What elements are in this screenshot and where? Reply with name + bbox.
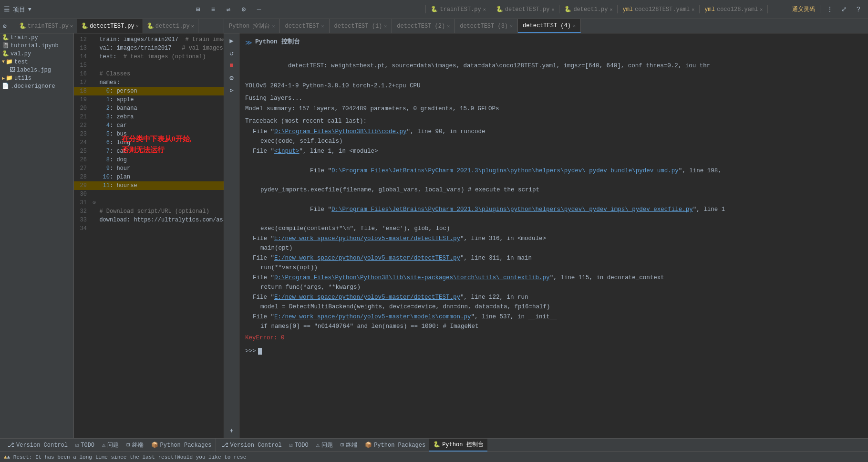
tree-train-py[interactable]: 🐍 train.py [0,33,73,42]
console-prompt: >>> [245,346,256,356]
right-panel: Python 控制台 ✕ detectTEST ✕ detectTEST (1)… [224,19,868,438]
vc-icon: ⎇ [8,441,14,449]
arrow-icon: ▼ [2,59,5,64]
console-tab-3[interactable]: detectTEST (2) ✕ [392,19,455,33]
top-tab-3[interactable]: yml coco128TEST.yaml ✕ [618,5,700,13]
status-tab-todo-left[interactable]: ☑ TODO [72,439,98,452]
tree-utils-folder[interactable]: ▶ 📁 utils [0,74,73,82]
editor-tab-0[interactable]: 🐍 trainTEST.py ✕ [15,19,77,33]
run-icon[interactable]: ▶ [227,35,237,46]
tree-labels-jpg[interactable]: 🖼 labels.jpg [0,66,73,74]
trace-link-7[interactable]: E:/new work space/python/yolov5-master/d… [274,294,460,301]
close-btn[interactable]: ✕ [483,7,486,12]
trace-entry-7: File "E:/new work space/python/yolov5-ma… [253,293,862,312]
stop-icon[interactable]: ■ [227,60,237,71]
console-tab-4[interactable]: detectTEST (3) ✕ [455,19,518,33]
tree-tutorial[interactable]: 📓 tutorial.ipynb [0,42,73,50]
code-line-18: 18 0: person [74,87,224,95]
toolbar-btn-2[interactable]: ≡ [208,5,218,14]
settings-icon[interactable]: ⚙ [227,73,237,83]
bottom-tab-bar: ⎇ Version Control ☑ TODO ⚠ 问题 ⊞ 终端 📦 Pyt… [0,438,868,452]
top-tab-4[interactable]: yml coco128.yaml ✕ [700,5,768,13]
tree-test-folder[interactable]: ▼ 📁 test [0,58,73,66]
toolbar-btn-1[interactable]: ⊞ [193,5,203,14]
status-tab-packages-right[interactable]: 📦 Python Packages [361,439,429,452]
status-tab-terminal-left[interactable]: ⊞ 终端 [123,439,147,452]
help-btn[interactable]: ? [854,5,863,14]
rerun-icon[interactable]: ↺ [227,48,237,58]
console-keyerror: KeyError: 0 [245,333,862,343]
trace-link-2[interactable]: D:\Program Files\JetBrains\PyCharm 2021.… [331,168,679,174]
top-tab-tongyi[interactable]: 通义灵码 [787,5,820,13]
console-tab-0[interactable]: Python 控制台 ✕ [224,19,280,33]
editor-with-tree: 🐍 train.py 📓 tutorial.ipynb 🐍 val.py ▼ 📁 [0,33,224,438]
file-tree: 🐍 train.py 📓 tutorial.ipynb 🐍 val.py ▼ 📁 [0,33,74,438]
top-tab-1[interactable]: 🐍 detectTEST.py ✕ [491,5,560,13]
trace-link-3[interactable]: D:\Program Files\JetBrains\PyCharm 2021.… [331,206,693,213]
minimize-icon[interactable]: — [9,22,12,30]
code-line-20: 20 2: banana [74,104,224,113]
code-line-12: 12 train: images/train2017 # train image… [74,35,224,44]
status-tab-vc-right[interactable]: ⎇ Version Control [218,439,286,452]
trace-entry-5: File "E:/new work space/python/yolov5-ma… [253,253,862,273]
toolbar-btn-4[interactable]: ⚙ [239,5,248,14]
trace-entry-3: File "D:\Program Files\JetBrains\PyCharm… [253,195,862,233]
trace-link-5[interactable]: E:/new work space/python/yolov5-master/d… [274,255,460,262]
top-tab-2[interactable]: 🐍 detect1.py ✕ [559,5,618,13]
console-tab-1[interactable]: detectTEST ✕ [280,19,329,33]
code-line-13: 13 val: images/train2017 # val images (r… [74,44,224,52]
status-tab-todo-right[interactable]: ☑ TODO [286,439,312,452]
status-tab-vc-left[interactable]: ⎇ Version Control [4,439,72,452]
trace-link-6[interactable]: D:\Program Files\Python\Python38\lib\sit… [274,274,550,281]
folder-icon: 📁 [6,74,13,82]
code-line-28: 28 10: plan [74,173,224,181]
trace-link-0[interactable]: D:\Program Files\Python38\lib\code.py [274,128,407,135]
console-tab-2[interactable]: detectTEST (1) ✕ [330,19,393,33]
annotation-line2: 否则无法运行 [122,145,191,156]
file-icon: 📓 [2,42,9,49]
close-btn[interactable]: ✕ [610,7,612,12]
status-tab-terminal-right[interactable]: ⊞ 终端 [337,439,361,452]
trace-link-8[interactable]: E:/new work space/python/yolov5-master\m… [274,314,471,320]
trace-link-4[interactable]: E:/new work space/python/yolov5-master/d… [274,235,460,242]
toolbar-btn-3[interactable]: ⇌ [224,5,233,14]
console-fusing: Fusing layers... [245,94,862,103]
arrow-icon: ▶ [2,75,5,81]
cursor [258,348,262,355]
code-line-30: 30 [74,190,224,199]
tree-dockerignore[interactable]: 📄 .dockerignore [0,82,73,90]
editor-tab-2[interactable]: 🐍 detect1.py ✕ [143,19,198,33]
toolbar-btn-5[interactable]: — [254,5,264,14]
close-btn[interactable]: ✕ [551,7,554,12]
execute-icon[interactable]: ⊳ [227,85,237,95]
close-btn[interactable]: ✕ [692,7,694,12]
project-label[interactable]: 项目 [13,5,25,14]
console-line-2: YOLOv5 2024-1-9 Python-3.8.10 torch-2.1.… [245,81,862,91]
project-arrow[interactable]: ▼ [28,7,31,12]
trace-link-1[interactable]: <input> [274,148,300,155]
code-line-15: 15 [74,61,224,70]
console-with-sidebar: ▶ ↺ ■ ⚙ ⊳ + ≫ Python 控制台 [224,33,868,438]
console-text-2: YOLOv5 2024-1-9 Python-3.8.10 torch-2.1.… [245,83,421,89]
tree-val-py[interactable]: 🐍 val.py [0,50,73,58]
top-tab-0[interactable]: 🐍 trainTEST.py ✕ [426,5,491,13]
editor-tab-1[interactable]: 🐍 detectTEST.py ✕ [77,19,143,33]
settings-icon[interactable]: ⚙ [3,22,7,30]
plus-icon[interactable]: + [227,426,237,436]
status-message: ▲ Reset: It has been a long time since t… [7,454,247,460]
status-tab-problems-left[interactable]: ⚠ 问题 [98,439,123,452]
more-btn[interactable]: ⋮ [825,5,835,14]
top-toolbar: ☰ 项目 ▼ ⊞ ≡ ⇌ ⚙ — 🐍 trainTEST.py ✕ 🐍 dete… [0,0,868,19]
maximize-btn[interactable]: ⤢ [839,5,849,14]
console-tab-5[interactable]: detectTEST (4) ✕ [518,19,581,33]
status-tab-console-right[interactable]: 🐍 Python 控制台 [429,439,487,452]
trace-entry-2: File "D:\Program Files\JetBrains\PyCharm… [253,157,862,195]
console-prompt-line[interactable]: >>> [245,346,862,356]
status-tab-problems-right[interactable]: ⚠ 问题 [312,439,337,452]
console-line-1: detectTEST: weights=best.pt, source=data… [245,52,862,80]
folder-icon: 📁 [6,58,13,65]
status-tab-packages-left[interactable]: 📦 Python Packages [147,439,216,452]
code-line-21: 21 3: zebra [74,113,224,121]
close-btn[interactable]: ✕ [760,7,763,12]
code-line-34: 34 [74,224,224,233]
